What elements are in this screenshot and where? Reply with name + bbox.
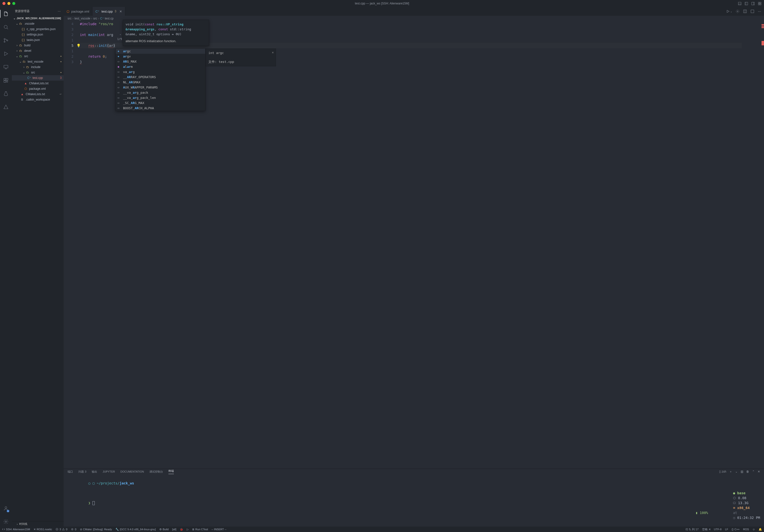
layout-panel-icon[interactable] <box>738 2 742 5</box>
autocomplete-item[interactable]: ▭__va_arg_pack_len <box>116 95 205 100</box>
minimize-window-button[interactable] <box>7 2 10 5</box>
timeline-section[interactable]: › 时间线 <box>12 521 64 527</box>
autocomplete-item[interactable]: ▭ARG_MAX <box>116 59 205 64</box>
encoding-status[interactable]: UTF-8 <box>714 528 722 531</box>
autocomplete-item[interactable]: ◈argc <box>116 49 205 54</box>
gear-icon[interactable] <box>736 9 740 13</box>
ros-status[interactable]: ✕ ROS1.noetic <box>34 528 52 531</box>
minimap[interactable] <box>742 21 764 469</box>
autocomplete-item[interactable]: ▭__ARRAY_OPERATORS <box>116 75 205 80</box>
autocomplete-popup[interactable]: ◈argc◈argv▭ARG_MAX◉alarm▭va_arg▭__ARRAY_… <box>115 48 205 111</box>
split-editor-icon[interactable] <box>743 9 747 13</box>
search-activity-icon[interactable] <box>0 22 12 32</box>
tree-folder-src[interactable]: 🗀 src ● <box>12 54 64 59</box>
source-control-activity-icon[interactable] <box>0 36 12 45</box>
trash-icon[interactable]: 🗑 <box>746 470 749 473</box>
autocomplete-item[interactable]: ▭BOOST_ARCH_ALPHA <box>116 105 205 111</box>
suggest-label: alarm <box>123 64 133 70</box>
extensions-activity-icon[interactable] <box>0 76 12 85</box>
layout-icon[interactable] <box>750 9 754 13</box>
tree-file-cmake2[interactable]: ▲ CMakeLists.txt ↩ <box>12 91 64 97</box>
tree-folder-include[interactable]: › 🗀 include <box>12 64 64 70</box>
remote-status[interactable]: SSH: Alienware15M <box>2 528 30 531</box>
autocomplete-item[interactable]: ▭NL_ARGMAX <box>116 80 205 85</box>
tab-package-xml[interactable]: ⬡ package.xml <box>64 7 93 16</box>
tree-folder-devel[interactable]: › 🗀 devel <box>12 48 64 54</box>
autocomplete-item[interactable]: ▭AUX_WRAPPER_PARAMS <box>116 85 205 90</box>
run-launch-icon[interactable]: ▷ <box>187 528 189 531</box>
terminal-dropdown-icon[interactable]: ⌄ <box>735 470 738 473</box>
kit-status[interactable]: 🔧 [GCC 9.4.0 x86_64-linux-gnu] <box>115 528 156 531</box>
account-activity-icon[interactable]: 1 <box>0 503 12 513</box>
close-tab-icon[interactable]: ✕ <box>119 10 122 13</box>
notifications-icon[interactable]: 🔔 <box>759 528 762 531</box>
tree-file[interactable]: { } c_cpp_properties.json <box>12 26 64 32</box>
chevron-down-icon <box>15 55 19 58</box>
cursor-position[interactable]: 行 5, 列 17 <box>685 528 699 531</box>
more-icon[interactable]: ⋯ <box>758 10 761 13</box>
cmake-activity-icon[interactable] <box>0 102 12 112</box>
remote-explorer-activity-icon[interactable] <box>0 62 12 72</box>
problems-status[interactable]: 3 0 <box>56 528 67 531</box>
ros-lang-status[interactable]: ROS <box>743 528 749 531</box>
tree-file[interactable]: { } tasks.json <box>12 37 64 43</box>
run-debug-activity-icon[interactable] <box>0 49 12 59</box>
autocomplete-item[interactable]: ▭va_arg <box>116 69 205 75</box>
terminal-shell-select[interactable]: ▯ zsh <box>719 470 726 473</box>
testing-activity-icon[interactable] <box>0 89 12 98</box>
autocomplete-item[interactable]: ▭_SC_ARG_MAX <box>116 100 205 105</box>
feedback-icon[interactable]: ☺ <box>752 528 755 531</box>
terminal[interactable]: ○ ▢ ~/projects/jack_ws ● base ⌬ 0.08 ⛁ 1… <box>64 474 764 527</box>
cmake-status[interactable]: ⊘ CMake: [Debug]: Ready <box>80 528 112 531</box>
debug-launch-icon[interactable]: 🐞 <box>180 528 183 531</box>
split-terminal-icon[interactable]: ▥ <box>741 470 743 473</box>
explorer-activity-icon[interactable] <box>0 9 12 19</box>
code-editor[interactable]: 💡 4 3 2 1 5 1 2 3 #include "ros/ro int m… <box>64 21 764 469</box>
breadcrumb-item[interactable]: test.cp <box>105 17 113 20</box>
panel-tab-terminal[interactable]: 终端 <box>168 469 174 474</box>
tab-test-cpp[interactable]: C⁺ test.cpp 3 ✕ <box>93 7 125 16</box>
layout-sidebar-icon[interactable] <box>744 2 748 5</box>
settings-activity-icon[interactable] <box>0 517 12 527</box>
tree-folder-build[interactable]: › 🗀 build <box>12 43 64 48</box>
build-status[interactable]: ⚙ Build <box>159 528 169 531</box>
target-status[interactable]: [all] <box>172 528 176 531</box>
zoom-window-button[interactable] <box>12 2 15 5</box>
autocomplete-item[interactable]: ◉alarm <box>116 64 205 69</box>
indent-status[interactable]: 空格: 4 <box>702 528 710 531</box>
tree-file-catkin[interactable]: 🗎 .catkin_workspace <box>12 97 64 102</box>
close-window-button[interactable] <box>2 2 5 5</box>
more-icon[interactable]: ⋯ <box>58 10 61 13</box>
tree-file-cmake[interactable]: ▲ CMakeLists.txt <box>12 81 64 86</box>
panel-tab-problems[interactable]: 问题3 <box>79 470 86 473</box>
breadcrumb-item[interactable]: src <box>93 17 97 20</box>
workspace-section[interactable]: JACK_WS [SSH: ALIENWARE15M] <box>12 16 64 21</box>
close-panel-icon[interactable]: ✕ <box>758 470 760 473</box>
autocomplete-item[interactable]: ▭__va_arg_pack <box>116 90 205 95</box>
breadcrumb-item[interactable]: src <box>68 17 72 20</box>
panel-tab-documentation[interactable]: DOCUMENTATION <box>120 470 144 473</box>
tree-file-package-xml[interactable]: ⬡ package.xml <box>12 86 64 91</box>
tree-file-test-cpp[interactable]: C⁺ test.cpp 3 <box>12 75 64 81</box>
maximize-panel-icon[interactable]: ⌃ <box>752 470 755 473</box>
close-icon[interactable]: ✕ <box>272 50 274 55</box>
autocomplete-item[interactable]: ◈argv <box>116 54 205 59</box>
new-terminal-icon[interactable]: ＋ <box>729 470 732 474</box>
panel-tab-output[interactable]: 输出 <box>92 470 97 473</box>
terminal-cursor <box>93 501 95 505</box>
ports-status[interactable]: 0 <box>71 528 76 531</box>
panel-tab-ports[interactable]: 端口 <box>68 470 73 473</box>
customize-layout-icon[interactable] <box>758 2 762 5</box>
panel-tab-jupyter[interactable]: JUPYTER <box>102 470 115 473</box>
panel-tab-debug-console[interactable]: 调试控制台 <box>149 470 163 473</box>
ctest-status[interactable]: ≣ Run CTest <box>192 528 208 531</box>
tree-folder-vscode[interactable]: 🗀 .vscode <box>12 21 64 26</box>
language-status[interactable]: {} C++ <box>732 528 740 531</box>
tree-folder-src2[interactable]: 🗀 src ● <box>12 70 64 75</box>
breadcrumb-item[interactable]: test_vscode <box>75 17 90 20</box>
tree-file[interactable]: { } settings.json <box>12 32 64 37</box>
tree-folder-test-vscode[interactable]: 🗀 test_vscode ● <box>12 59 64 64</box>
run-icon[interactable]: ⌄ <box>726 9 732 13</box>
eol-status[interactable]: LF <box>725 528 728 531</box>
layout-sidebar-right-icon[interactable] <box>751 2 755 5</box>
